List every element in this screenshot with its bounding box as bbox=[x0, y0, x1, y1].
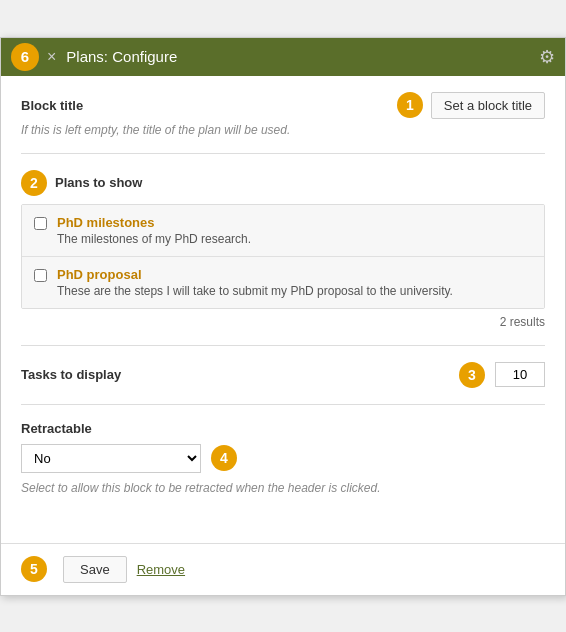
block-title-section: Block title 1 Set a block title If this … bbox=[21, 92, 545, 154]
save-button[interactable]: Save bbox=[63, 556, 127, 583]
retractable-section: Retractable No Yes 4 Select to allow thi… bbox=[21, 421, 545, 511]
plan-item-content: PhD proposal These are the steps I will … bbox=[57, 267, 453, 298]
titlebar-title: Plans: Configure bbox=[66, 48, 539, 65]
block-title-left: Block title bbox=[21, 98, 83, 113]
retractable-hint: Select to allow this block to be retract… bbox=[21, 481, 545, 495]
tasks-display-input[interactable] bbox=[495, 362, 545, 387]
retractable-label: Retractable bbox=[21, 421, 545, 436]
retractable-badge: 4 bbox=[211, 445, 237, 471]
footer: 5 Save Remove bbox=[1, 543, 565, 595]
block-title-badge: 1 bbox=[397, 92, 423, 118]
tasks-badge: 3 bbox=[459, 362, 485, 388]
plan-item-desc: These are the steps I will take to submi… bbox=[57, 284, 453, 298]
plan-item-title: PhD milestones bbox=[57, 215, 251, 230]
set-block-title-button[interactable]: Set a block title bbox=[431, 92, 545, 119]
plans-section-header: 2 Plans to show bbox=[21, 170, 545, 196]
plan-item: PhD proposal These are the steps I will … bbox=[22, 257, 544, 308]
tasks-row: Tasks to display 3 bbox=[21, 362, 545, 388]
footer-badge: 5 bbox=[21, 556, 47, 582]
plan-item-content: PhD milestones The milestones of my PhD … bbox=[57, 215, 251, 246]
plan-item-title: PhD proposal bbox=[57, 267, 453, 282]
close-icon[interactable]: × bbox=[47, 48, 56, 66]
plan-item-desc: The milestones of my PhD research. bbox=[57, 232, 251, 246]
phd-milestones-checkbox[interactable] bbox=[34, 217, 47, 230]
gear-icon[interactable]: ⚙ bbox=[539, 46, 555, 68]
retractable-select-wrapper: No Yes 4 bbox=[21, 444, 545, 473]
plans-to-show-section: 2 Plans to show PhD milestones The miles… bbox=[21, 170, 545, 346]
block-title-hint: If this is left empty, the title of the … bbox=[21, 123, 545, 137]
content-area: Block title 1 Set a block title If this … bbox=[1, 76, 565, 543]
configure-window: 6 × Plans: Configure ⚙ Block title 1 Set… bbox=[0, 37, 566, 596]
plan-item: PhD milestones The milestones of my PhD … bbox=[22, 205, 544, 257]
plans-badge: 2 bbox=[21, 170, 47, 196]
titlebar: 6 × Plans: Configure ⚙ bbox=[1, 38, 565, 76]
block-title-label: Block title bbox=[21, 98, 83, 113]
plans-list: PhD milestones The milestones of my PhD … bbox=[21, 204, 545, 309]
tasks-display-section: Tasks to display 3 bbox=[21, 362, 545, 405]
titlebar-badge: 6 bbox=[11, 43, 39, 71]
plans-label: Plans to show bbox=[55, 175, 142, 190]
block-title-row: Block title 1 Set a block title bbox=[21, 92, 545, 119]
remove-button[interactable]: Remove bbox=[137, 562, 185, 577]
tasks-display-label: Tasks to display bbox=[21, 367, 449, 382]
phd-proposal-checkbox[interactable] bbox=[34, 269, 47, 282]
results-count: 2 results bbox=[21, 315, 545, 329]
retractable-select[interactable]: No Yes bbox=[21, 444, 201, 473]
block-title-right: 1 Set a block title bbox=[397, 92, 545, 119]
